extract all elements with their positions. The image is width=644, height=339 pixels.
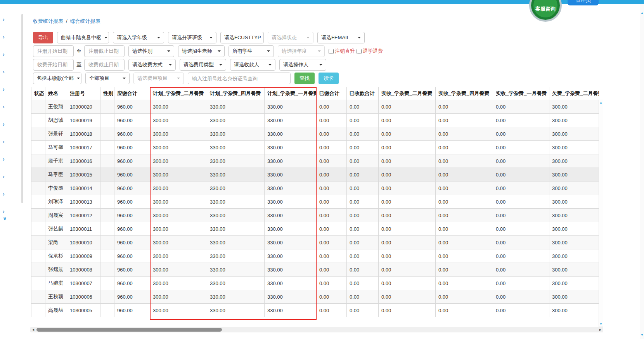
- table-cell: 0.00: [436, 290, 493, 304]
- withdraw-refund-label: 退学退费: [363, 48, 383, 55]
- table-row[interactable]: 马可馨10300017960.00300.00330.00330.000.000…: [31, 141, 599, 154]
- table-cell: 0.00: [436, 182, 493, 195]
- pay-method-select[interactable]: 请选收费方式: [128, 59, 176, 71]
- filter-row-2: 注册开始日期 至 注册截止日期 请选性别 请选招生老师 所有学生 请选择年度 注…: [33, 45, 383, 57]
- table-row[interactable]: 王俊翔10300020960.00300.00330.00330.000.000…: [31, 100, 599, 114]
- scroll-down-icon[interactable]: ▼: [641, 333, 644, 337]
- sidebar-chevron-icon[interactable]: ›: [3, 121, 29, 128]
- sidebar-chevron-icon[interactable]: ›: [3, 156, 29, 163]
- cancel-direct-checkbox[interactable]: 注销直升: [329, 48, 355, 55]
- page-vertical-scrollbar[interactable]: ▲ ▼: [640, 4, 644, 339]
- table-cell: 0.00: [436, 277, 493, 290]
- breadcrumb-current-link[interactable]: 综合统计报表: [70, 18, 100, 24]
- class-select[interactable]: 请选分班班级: [168, 32, 216, 43]
- table-row[interactable]: 李俊墨10300014960.00300.00330.00330.000.000…: [31, 182, 599, 195]
- customer-service-button[interactable]: 客服咨询: [529, 0, 562, 22]
- table-cell: 0.00: [317, 141, 347, 154]
- sidebar-chevron-icon[interactable]: ›: [3, 173, 29, 180]
- table-cell: [100, 141, 114, 154]
- search-input[interactable]: [188, 73, 291, 84]
- table-row[interactable]: 高晟喆10300005960.00300.00330.00330.000.000…: [31, 304, 599, 317]
- sidebar-chevron-icon[interactable]: ›: [3, 51, 29, 58]
- scroll-left-icon[interactable]: ◄: [31, 328, 35, 332]
- sidebar-chevron-icon[interactable]: ›: [3, 138, 29, 145]
- cancel-direct-checkbox-input[interactable]: [329, 49, 334, 54]
- withdraw-refund-checkbox-input[interactable]: [357, 49, 362, 54]
- table-horizontal-scrollbar[interactable]: ◄ ►: [30, 327, 603, 332]
- status-select[interactable]: 请选择状态: [268, 32, 313, 43]
- table-row[interactable]: 马婉淇10300007960.00300.00330.00330.000.000…: [31, 277, 599, 290]
- table-row[interactable]: 张熠晨10300008960.00300.00330.00330.000.000…: [31, 263, 599, 277]
- all-items-select[interactable]: 全部项目: [85, 73, 130, 84]
- table-cell: 330.00: [265, 290, 317, 304]
- table-cell: 马婉淇: [45, 277, 67, 290]
- sidebar-scrollbar[interactable]: [21, 14, 23, 203]
- table-cell: 960.00: [114, 222, 150, 236]
- operator-select[interactable]: 请选操作人: [279, 59, 326, 71]
- sidebar-chevron-icon[interactable]: ›: [3, 86, 29, 93]
- sidebar-chevron-icon[interactable]: ›: [3, 190, 29, 197]
- table-row[interactable]: 王秋颖10300006960.00300.00330.00330.000.000…: [31, 290, 599, 304]
- register-end-date-input[interactable]: 注册截止日期: [84, 45, 125, 57]
- scroll-right-icon[interactable]: ►: [599, 328, 602, 332]
- table-cell: [31, 154, 45, 168]
- table-cell: [100, 154, 114, 168]
- caret-down-icon: [318, 50, 321, 52]
- student-scope-select[interactable]: 所有学生: [229, 45, 274, 57]
- table-row[interactable]: 梁尚10300010960.00300.00330.00330.000.000.…: [31, 236, 599, 249]
- admin-button[interactable]: 管理员: [568, 0, 599, 5]
- horizontal-scroll-thumb[interactable]: [36, 328, 222, 332]
- column-header: 注册号: [67, 87, 100, 100]
- table-row[interactable]: 保承杉10300009960.00300.00330.00330.000.000…: [31, 249, 599, 263]
- table-row[interactable]: 刘琳泽10300013960.00300.00330.00330.000.000…: [31, 195, 599, 209]
- table-cell: 960.00: [114, 127, 150, 141]
- table-cell: 300.00: [150, 195, 207, 209]
- gender-select[interactable]: 请选性别: [128, 45, 174, 57]
- table-cell: 0.00: [379, 182, 436, 195]
- table-cell: 330.00: [265, 195, 317, 209]
- scroll-up-icon[interactable]: ▲: [599, 101, 602, 104]
- table-cell: [100, 168, 114, 182]
- table-cell: 330.00: [265, 168, 317, 182]
- sidebar-chevron-icon[interactable]: ›: [3, 103, 29, 110]
- enrollment-grade-select[interactable]: 请选入学年级: [113, 32, 164, 43]
- table-cell: 0.00: [379, 277, 436, 290]
- table-vertical-scrollbar[interactable]: ▲ ▼: [599, 100, 603, 327]
- femail-select[interactable]: 请选FEMAIL: [317, 32, 365, 43]
- year-select[interactable]: 请选择年度: [278, 45, 325, 57]
- export-button[interactable]: 导出: [33, 32, 53, 43]
- sidebar-chevron-icon[interactable]: ›: [3, 68, 29, 75]
- table-row[interactable]: 张艺麒10300011960.00300.00330.00330.000.000…: [31, 222, 599, 236]
- fee-end-date-input[interactable]: 收费截止日期: [84, 59, 125, 71]
- sidebar-chevron-icon[interactable]: ›: [3, 208, 29, 215]
- sidebar-chevron-icon[interactable]: ›: [3, 16, 29, 23]
- withdraw-refund-checkbox[interactable]: 退学退费: [357, 48, 383, 55]
- breadcrumb-parent-link[interactable]: 收费统计报表: [33, 18, 63, 24]
- search-button[interactable]: 查找: [294, 73, 315, 84]
- table-cell: 0.00: [436, 127, 493, 141]
- table-row[interactable]: 殷千淇10300016960.00300.00330.00330.000.000…: [31, 154, 599, 168]
- recruit-teacher-select[interactable]: 请选招生老师: [178, 45, 225, 57]
- column-header: 实收_学杂费_四月餐费: [436, 87, 493, 100]
- fee-item-select[interactable]: 请选费用项目: [133, 73, 184, 84]
- fee-start-date-input[interactable]: 收费开始日期: [33, 59, 74, 71]
- register-start-date-input[interactable]: 注册开始日期: [33, 45, 74, 57]
- fee-type-select[interactable]: 请选费用类型: [180, 59, 226, 71]
- table-row[interactable]: 胡恩诚10300019960.00300.00330.00330.000.000…: [31, 114, 599, 127]
- table-row[interactable]: 马季臣10300015960.00300.00330.00330.000.000…: [31, 168, 599, 182]
- school-select[interactable]: 曲靖市陆良县中枢: [57, 32, 109, 43]
- read-card-button[interactable]: 读卡: [319, 73, 339, 84]
- scroll-down-icon[interactable]: ▼: [599, 322, 602, 326]
- table-cell: 0.00: [317, 114, 347, 127]
- table-row[interactable]: 张景轩10300018960.00300.00330.00330.000.000…: [31, 127, 599, 141]
- fcusttyp-select[interactable]: 请选FCUSTTYP: [220, 32, 264, 43]
- sidebar-chevron-icon[interactable]: ›: [3, 33, 29, 40]
- table-cell: 330.00: [207, 222, 265, 236]
- table-cell: 330.00: [207, 304, 265, 317]
- sidebar-expand-icon[interactable]: ∨: [0, 216, 29, 221]
- include-unpaid-select[interactable]: 包括未缴款(全部: [33, 73, 81, 84]
- scroll-up-icon[interactable]: ▲: [641, 11, 644, 15]
- payee-select[interactable]: 请选收款人: [230, 59, 275, 71]
- table-cell: 王秋颖: [45, 290, 67, 304]
- table-row[interactable]: 周晟宸10300012960.00300.00330.00330.000.000…: [31, 209, 599, 222]
